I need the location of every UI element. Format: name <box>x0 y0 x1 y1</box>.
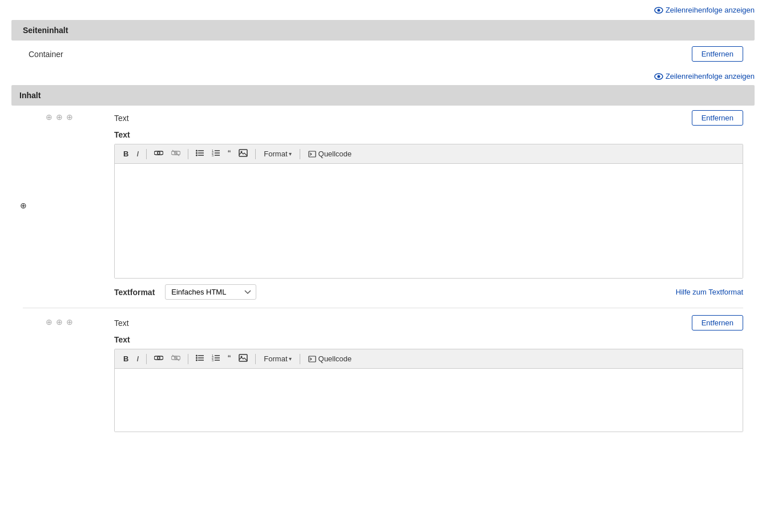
separator-2a <box>146 354 147 364</box>
top-bar: Zeilenreihenfolge anzeigen <box>0 0 766 20</box>
ul-button-2[interactable] <box>193 353 207 364</box>
blockquote-button-2[interactable]: “ <box>225 353 233 365</box>
image-button-1[interactable] <box>236 148 251 160</box>
svg-line-21 <box>310 154 312 155</box>
drag-handle-1b[interactable]: ⊕ <box>56 112 63 122</box>
svg-line-39 <box>310 359 312 360</box>
seiteninhalt-entfernen-button[interactable]: Entfernen <box>692 46 743 62</box>
separator-1a <box>146 149 147 159</box>
hilfe-link-1[interactable]: Hilfe zum Textformat <box>676 288 743 296</box>
svg-point-27 <box>196 360 197 361</box>
link-button-2[interactable] <box>151 353 166 365</box>
drag-handle-2c[interactable]: ⊕ <box>66 317 73 327</box>
inhalt-section: Inhalt ⊕ ⊕ ⊕ Text Entfernen Text <box>11 85 755 432</box>
separator-1b <box>188 149 188 159</box>
eye-icon <box>654 7 663 14</box>
svg-rect-35 <box>239 354 247 361</box>
text-block-1-outer: ⊕ ⊕ ⊕ Text Entfernen Text B I <box>11 106 755 305</box>
inner-zeilenreihenfolge-label: Zeilenreihenfolge anzeigen <box>666 72 755 80</box>
editor-body-1[interactable] <box>115 164 743 278</box>
top-zeilenreihenfolge-link[interactable]: Zeilenreihenfolge anzeigen <box>654 6 755 14</box>
ul-icon-2 <box>196 354 204 361</box>
page-wrapper: Zeilenreihenfolge anzeigen Seiteninhalt … <box>0 0 766 532</box>
svg-point-25 <box>196 357 197 359</box>
drag-handle-1a[interactable]: ⊕ <box>46 112 53 122</box>
quellcode-icon-2 <box>308 356 316 362</box>
drag-handle-2b[interactable]: ⊕ <box>56 317 63 327</box>
format-dropdown-1[interactable]: Format ▾ <box>260 148 295 159</box>
text-editor-1: B I <box>114 144 743 279</box>
svg-text:3.: 3. <box>212 358 214 361</box>
drag-handles-1: ⊕ ⊕ ⊕ <box>46 112 73 122</box>
separator-1c <box>255 149 256 159</box>
text-block-1-label: Text <box>114 114 129 123</box>
inhalt-header: Inhalt <box>11 85 755 106</box>
text-editor-2: B I <box>114 349 743 432</box>
image-icon-1 <box>239 149 248 157</box>
svg-point-3 <box>657 75 660 78</box>
textformat-select-1[interactable]: Einfaches HTMLVollständiges HTMLPlain Te… <box>165 284 256 300</box>
quellcode-button-1[interactable]: Quellcode <box>305 148 356 159</box>
container-row: Container Entfernen <box>11 41 755 67</box>
separator-2c <box>255 354 256 364</box>
seiteninhalt-header: Seiteninhalt <box>11 20 755 41</box>
inner-zeilenreihenfolge-bar: Zeilenreihenfolge anzeigen <box>0 67 766 85</box>
format-chevron-1: ▾ <box>289 151 292 157</box>
editor-body-2[interactable] <box>115 369 743 432</box>
drag-handle-1c[interactable]: ⊕ <box>66 112 73 122</box>
ol-button-1[interactable]: 1. 2. 3. <box>209 148 223 159</box>
link-icon-1 <box>154 149 163 157</box>
textformat-row-1: ⊕ Textformat Einfaches HTMLVollständiges… <box>11 279 755 305</box>
svg-point-9 <box>196 155 197 156</box>
separator-2b <box>188 354 188 364</box>
text-block-1-entfernen-button[interactable]: Entfernen <box>692 110 743 126</box>
svg-point-5 <box>196 150 197 152</box>
text-block-2-header: ⊕ ⊕ ⊕ Text Entfernen <box>11 311 755 333</box>
link-button-1[interactable] <box>151 148 166 160</box>
image-button-2[interactable] <box>236 353 251 365</box>
outer-drag-handle-1[interactable]: ⊕ <box>20 201 27 210</box>
bold-button-2[interactable]: B <box>120 353 131 364</box>
svg-point-1 <box>657 9 660 11</box>
unlink-icon-1 <box>171 149 180 157</box>
divider-1 <box>23 308 743 308</box>
svg-rect-37 <box>309 356 316 362</box>
drag-handle-2a[interactable]: ⊕ <box>46 317 53 327</box>
editor-toolbar-2: B I <box>115 349 743 369</box>
inner-zeilenreihenfolge-link[interactable]: Zeilenreihenfolge anzeigen <box>654 72 755 80</box>
container-label: Container <box>29 50 63 59</box>
image-icon-2 <box>239 354 248 362</box>
unlink-button-2[interactable] <box>168 353 183 365</box>
top-zeilenreihenfolge-label: Zeilenreihenfolge anzeigen <box>666 6 755 14</box>
drag-handles-2: ⊕ ⊕ ⊕ <box>46 317 73 327</box>
textformat-left-1: ⊕ Textformat Einfaches HTMLVollständiges… <box>114 284 256 300</box>
eye-icon-2 <box>654 73 663 80</box>
link-icon-2 <box>154 354 163 362</box>
separator-2d <box>300 354 300 364</box>
italic-button-2[interactable]: I <box>134 353 142 364</box>
format-dropdown-2[interactable]: Format ▾ <box>260 353 295 364</box>
text-block-2-entfernen-button[interactable]: Entfernen <box>692 315 743 331</box>
separator-1d <box>300 149 300 159</box>
seiteninhalt-section: Seiteninhalt Container Entfernen <box>11 20 755 67</box>
quellcode-icon-1 <box>308 151 316 158</box>
text-block-2-text-label: Text <box>11 333 755 346</box>
ol-icon-2: 1. 2. 3. <box>212 354 220 361</box>
text-block-2-outer: ⊕ ⊕ ⊕ Text Entfernen Text B I <box>11 311 755 432</box>
ul-button-1[interactable] <box>193 148 207 159</box>
italic-button-1[interactable]: I <box>134 148 142 159</box>
text-block-2-label: Text <box>114 319 129 328</box>
svg-point-7 <box>196 152 197 154</box>
unlink-button-1[interactable] <box>168 148 183 160</box>
quellcode-button-2[interactable]: Quellcode <box>305 353 356 364</box>
unlink-icon-2 <box>171 354 180 362</box>
svg-text:3.: 3. <box>212 154 214 156</box>
textformat-label-1: Textformat <box>114 288 155 297</box>
svg-rect-19 <box>309 151 316 157</box>
bold-button-1[interactable]: B <box>120 148 131 159</box>
svg-point-23 <box>196 355 197 357</box>
ol-button-2[interactable]: 1. 2. 3. <box>209 353 223 364</box>
editor-toolbar-1: B I <box>115 144 743 164</box>
ol-icon-1: 1. 2. 3. <box>212 150 220 156</box>
blockquote-button-1[interactable]: “ <box>225 148 233 160</box>
